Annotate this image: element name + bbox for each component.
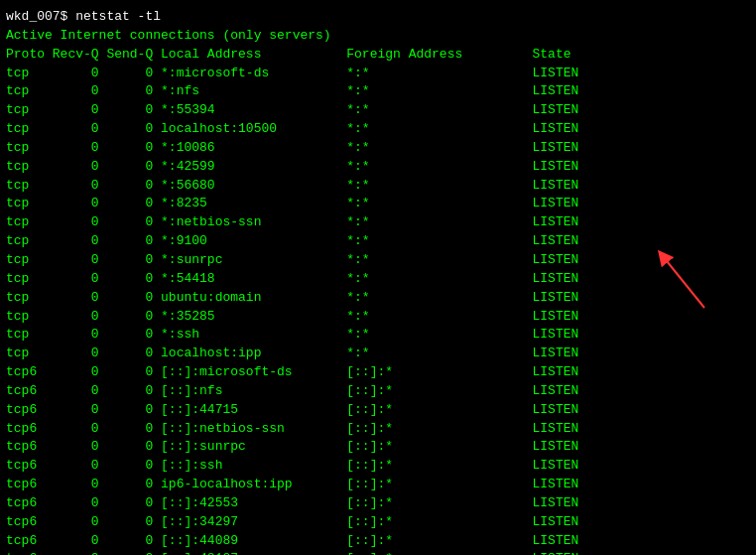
column-headers: Proto Recv-Q Send-Q Local Address Foreig…	[6, 46, 750, 65]
table-row: tcp 0 0 *:54418 *:* LISTEN	[6, 270, 750, 289]
table-row: tcp 0 0 *:55394 *:* LISTEN	[6, 101, 750, 120]
table-row: tcp6 0 0 [::]:ssh [::]:* LISTEN	[6, 457, 750, 476]
table-row: tcp 0 0 *:35285 *:* LISTEN	[6, 308, 750, 327]
table-row: tcp 0 0 *:10086 *:* LISTEN	[6, 139, 750, 158]
table-row: tcp6 0 0 [::]:44715 [::]:* LISTEN	[6, 401, 750, 420]
table-row: tcp 0 0 *:9100 *:* LISTEN	[6, 232, 750, 251]
table-row: tcp 0 0 *:56680 *:* LISTEN	[6, 177, 750, 196]
table-row: tcp 0 0 *:42599 *:* LISTEN	[6, 158, 750, 177]
table-row: tcp6 0 0 [::]:42553 [::]:* LISTEN	[6, 494, 750, 513]
table-row: tcp6 0 0 [::]:nfs [::]:* LISTEN	[6, 382, 750, 401]
table-row: tcp6 0 0 [::]:sunrpc [::]:* LISTEN	[6, 438, 750, 457]
command-line: wkd_007$ netstat -tl	[6, 8, 750, 27]
header-line: Active Internet connections (only server…	[6, 27, 750, 46]
table-row: tcp6 0 0 [::]:microsoft-ds [::]:* LISTEN	[6, 363, 750, 382]
table-row: tcp 0 0 *:microsoft-ds *:* LISTEN	[6, 65, 750, 83]
table-row: tcp 0 0 *:sunrpc *:* LISTEN	[6, 251, 750, 270]
table-row: tcp 0 0 localhost:10500 *:* LISTEN	[6, 120, 750, 139]
data-rows: tcp 0 0 *:microsoft-ds *:* LISTENtcp 0 0…	[6, 65, 750, 555]
table-row: tcp 0 0 ubuntu:domain *:* LISTEN	[6, 289, 750, 308]
table-row: tcp 0 0 localhost:ipp *:* LISTEN	[6, 345, 750, 363]
table-row: tcp6 0 0 ip6-localhost:ipp [::]:* LISTEN	[6, 476, 750, 494]
table-row: tcp6 0 0 [::]:netbios-ssn [::]:* LISTEN	[6, 420, 750, 439]
table-row: tcp6 0 0 [::]:48187 [::]:* LISTEN	[6, 550, 750, 555]
table-row: tcp 0 0 *:netbios-ssn *:* LISTEN	[6, 213, 750, 232]
table-row: tcp 0 0 *:8235 *:* LISTEN	[6, 195, 750, 213]
table-row: tcp 0 0 *:ssh *:* LISTEN	[6, 326, 750, 345]
table-row: tcp6 0 0 [::]:34297 [::]:* LISTEN	[6, 513, 750, 532]
table-row: tcp6 0 0 [::]:44089 [::]:* LISTEN	[6, 532, 750, 551]
table-row: tcp 0 0 *:nfs *:* LISTEN	[6, 82, 750, 101]
terminal-window: wkd_007$ netstat -tl Active Internet con…	[6, 8, 750, 555]
